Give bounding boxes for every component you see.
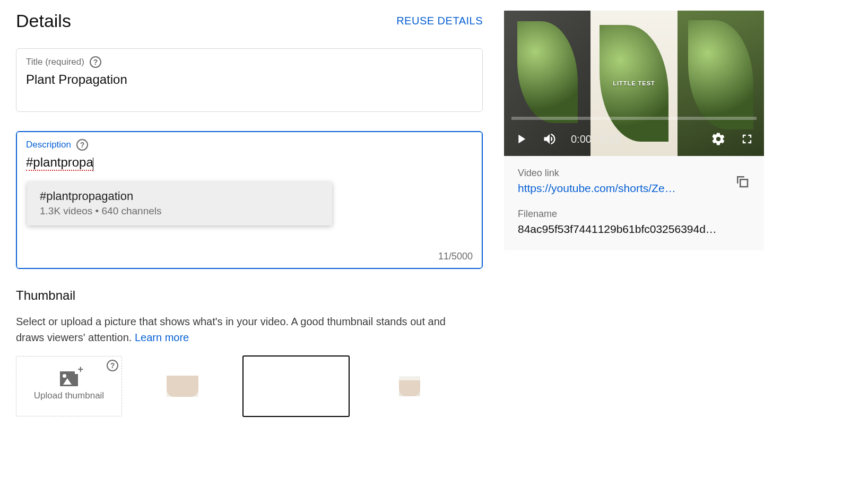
thumbnail-option-2-selected[interactable] — [243, 356, 349, 416]
thumbnail-option-1[interactable] — [129, 356, 236, 416]
svg-rect-0 — [740, 179, 748, 187]
video-progress-bar[interactable] — [511, 117, 757, 120]
filename-value: 84ac95f53f7441129b61bfc03256394d… — [518, 223, 750, 236]
fullscreen-icon[interactable] — [740, 132, 754, 146]
title-field[interactable]: Title (required) ? Plant Propagation — [16, 48, 483, 112]
thumbnail-option-3[interactable] — [357, 356, 463, 416]
video-player[interactable]: LITTLE TEST 0:00 / 0:25 — [504, 11, 764, 156]
help-icon[interactable]: ? — [76, 139, 88, 151]
thumbnail-heading: Thumbnail — [16, 288, 483, 303]
suggestion-tag: #plantpropagation — [40, 189, 319, 203]
thumbnail-description: Select or upload a picture that shows wh… — [16, 314, 462, 345]
copy-icon[interactable] — [734, 173, 750, 189]
video-link[interactable]: https://youtube.com/shorts/Ze… — [518, 182, 676, 195]
title-label: Title (required) — [26, 57, 84, 67]
play-icon[interactable] — [514, 132, 528, 146]
video-preview-panel: LITTLE TEST 0:00 / 0:25 — [504, 11, 764, 250]
page-title: Details — [16, 11, 71, 31]
learn-more-link[interactable]: Learn more — [135, 332, 189, 343]
hashtag-suggestion-item[interactable]: #plantpropagation 1.3K videos • 640 chan… — [27, 182, 332, 225]
upload-thumbnail-button[interactable]: ? Upload thumbnail — [16, 356, 122, 416]
upload-thumbnail-label: Upload thumbnail — [34, 390, 104, 401]
description-field[interactable]: Description ? #plantpropa #plantpropagat… — [16, 131, 483, 269]
video-time: 0:00 / 0:25 — [571, 133, 621, 145]
reuse-details-button[interactable]: REUSE DETAILS — [396, 15, 483, 27]
video-controls: 0:00 / 0:25 — [504, 122, 764, 156]
hashtag-suggestion-popover: #plantpropagation 1.3K videos • 640 chan… — [27, 182, 332, 225]
settings-gear-icon[interactable] — [711, 132, 726, 146]
title-input-value[interactable]: Plant Propagation — [26, 72, 473, 87]
suggestion-meta: 1.3K videos • 640 channels — [40, 205, 319, 217]
description-input-value[interactable]: #plantpropa — [26, 155, 93, 171]
help-icon[interactable]: ? — [107, 360, 118, 371]
image-add-icon — [60, 371, 78, 386]
video-link-label: Video link — [518, 168, 676, 179]
filename-label: Filename — [518, 208, 750, 220]
help-icon[interactable]: ? — [90, 56, 101, 68]
volume-icon[interactable] — [542, 132, 557, 146]
video-overlay-text: LITTLE TEST — [613, 80, 655, 86]
character-counter: 11/5000 — [438, 251, 473, 262]
description-label: Description — [26, 140, 71, 150]
